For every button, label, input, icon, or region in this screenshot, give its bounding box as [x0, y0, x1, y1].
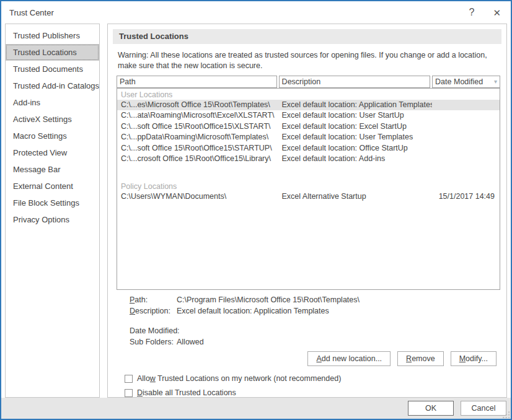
- table-row[interactable]: C:\...es\Microsoft Office 15\Root\Templa…: [117, 100, 500, 111]
- description-value: Excel default location: Application Temp…: [177, 305, 329, 317]
- sub-folders-value: Allowed: [177, 336, 204, 348]
- sidebar-item-trusted-documents[interactable]: Trusted Documents: [6, 61, 99, 77]
- sidebar-item-trusted-locations[interactable]: Trusted Locations: [6, 44, 99, 61]
- ok-button[interactable]: OK: [408, 401, 454, 416]
- table-row[interactable]: C:\...ata\Roaming\Microsoft\Excel\XLSTAR…: [117, 110, 500, 121]
- group-label-policy-locations: Policy Locations: [117, 181, 500, 191]
- cancel-button[interactable]: Cancel: [461, 401, 506, 416]
- row-date: [432, 143, 500, 154]
- row-date: [432, 154, 500, 165]
- path-label: Path:: [130, 294, 177, 305]
- disable-all-locations-checkbox[interactable]: [125, 389, 133, 397]
- disable-all-locations-option: Disable all Trusted Locations: [125, 386, 503, 398]
- column-header-path[interactable]: Path: [117, 76, 277, 88]
- sub-folders-label: Sub Folders:: [130, 336, 177, 348]
- options: Allow Trusted Locations on my network (n…: [125, 372, 503, 398]
- row-description: Excel default location: User StartUp: [280, 110, 431, 121]
- row-description: Excel default location: Application Temp…: [280, 100, 431, 111]
- path-value: C:\Program Files\Microsoft Office 15\Roo…: [177, 294, 360, 305]
- date-modified-label: Date Modified:: [130, 325, 180, 336]
- dialog-body: Trusted Publishers Trusted Locations Tru…: [1, 24, 511, 398]
- selection-details: Path: C:\Program Files\Microsoft Office …: [130, 294, 503, 348]
- row-date: 15/1/2017 14:49: [432, 191, 500, 203]
- table-row[interactable]: C:\Users\WYMAN\Documents\ Excel Alternat…: [117, 191, 500, 203]
- warning-text: Warning: All these locations are treated…: [118, 50, 501, 71]
- column-header-date-modified[interactable]: Date Modified ▾: [432, 76, 500, 88]
- column-header-date-label: Date Modified: [435, 76, 483, 87]
- add-new-location-button[interactable]: Add new location...: [307, 351, 391, 366]
- modify-button[interactable]: Modify...: [451, 351, 497, 366]
- location-actions: Add new location... Remove Modify...: [112, 351, 497, 366]
- row-path: C:\...crosoft Office 15\Root\Office15\Li…: [117, 154, 280, 165]
- trusted-locations-panel: Trusted Locations Warning: All these loc…: [107, 24, 507, 398]
- sidebar-item-file-block-settings[interactable]: File Block Settings: [6, 195, 99, 211]
- row-path: C:\...soft Office 15\Root\Office15\START…: [117, 143, 280, 154]
- row-date: [432, 121, 500, 133]
- sidebar-item-activex-settings[interactable]: ActiveX Settings: [6, 111, 99, 128]
- trust-center-dialog: Trust Center ? ✕ Trusted Publishers Trus…: [0, 0, 512, 420]
- allow-network-locations-option: Allow Trusted Locations on my network (n…: [125, 372, 503, 386]
- section-title: Trusted Locations: [113, 29, 501, 44]
- row-date: [432, 100, 500, 111]
- sidebar-item-external-content[interactable]: External Content: [6, 178, 99, 195]
- row-description: Excel default location: Excel StartUp: [280, 121, 431, 133]
- title-bar[interactable]: Trust Center ? ✕: [1, 1, 511, 24]
- chevron-down-icon: ▾: [494, 76, 497, 87]
- allow-network-locations-checkbox[interactable]: [125, 375, 133, 383]
- help-icon[interactable]: ?: [469, 7, 475, 17]
- row-path: C:\...ata\Roaming\Microsoft\Excel\XLSTAR…: [117, 110, 280, 121]
- row-path: C:\Users\WYMAN\Documents\: [117, 191, 280, 203]
- locations-table: Path Description Date Modified ▾ User Lo…: [117, 76, 500, 290]
- group-label-user-locations: User Locations: [117, 89, 500, 100]
- row-description: Excel Alternative Startup: [280, 191, 431, 203]
- remove-button[interactable]: Remove: [397, 351, 444, 366]
- row-path: C:\...es\Microsoft Office 15\Root\Templa…: [117, 100, 280, 111]
- row-date: [432, 110, 500, 121]
- sidebar-item-privacy-options[interactable]: Privacy Options: [6, 211, 99, 228]
- sidebar-item-message-bar[interactable]: Message Bar: [6, 161, 99, 178]
- description-label: Description:: [130, 305, 177, 317]
- table-row[interactable]: C:\...crosoft Office 15\Root\Office15\Li…: [117, 154, 500, 165]
- column-header-description[interactable]: Description: [279, 76, 430, 88]
- row-description: Excel default location: Office StartUp: [280, 143, 431, 154]
- row-description: Excel default location: User Templates: [280, 132, 431, 143]
- sidebar-nav: Trusted Publishers Trusted Locations Tru…: [5, 24, 100, 398]
- table-body: User Locations C:\...es\Microsoft Office…: [117, 88, 500, 290]
- table-header: Path Description Date Modified ▾: [117, 76, 500, 88]
- row-date: [432, 132, 500, 143]
- allow-network-locations-label[interactable]: Allow Trusted Locations on my network (n…: [137, 374, 341, 383]
- row-description: Excel default location: Add-ins: [280, 154, 431, 165]
- sidebar-item-trusted-addin-catalogs[interactable]: Trusted Add-in Catalogs: [6, 77, 99, 94]
- row-path: C:\...soft Office 15\Root\Office15\XLSTA…: [117, 121, 280, 133]
- dialog-footer: OK Cancel: [1, 398, 511, 419]
- row-path: C:\...ppData\Roaming\Microsoft\Templates…: [117, 132, 280, 143]
- table-row[interactable]: C:\...ppData\Roaming\Microsoft\Templates…: [117, 132, 500, 143]
- table-row[interactable]: C:\...soft Office 15\Root\Office15\XLSTA…: [117, 121, 500, 133]
- sidebar-item-trusted-publishers[interactable]: Trusted Publishers: [6, 27, 99, 44]
- table-row[interactable]: C:\...soft Office 15\Root\Office15\START…: [117, 143, 500, 154]
- window-title: Trust Center: [9, 8, 451, 17]
- sidebar-item-protected-view[interactable]: Protected View: [6, 144, 99, 161]
- sidebar-item-add-ins[interactable]: Add-ins: [6, 94, 99, 111]
- disable-all-locations-label[interactable]: Disable all Trusted Locations: [137, 388, 236, 397]
- sidebar-item-macro-settings[interactable]: Macro Settings: [6, 128, 99, 144]
- close-icon[interactable]: ✕: [493, 8, 501, 17]
